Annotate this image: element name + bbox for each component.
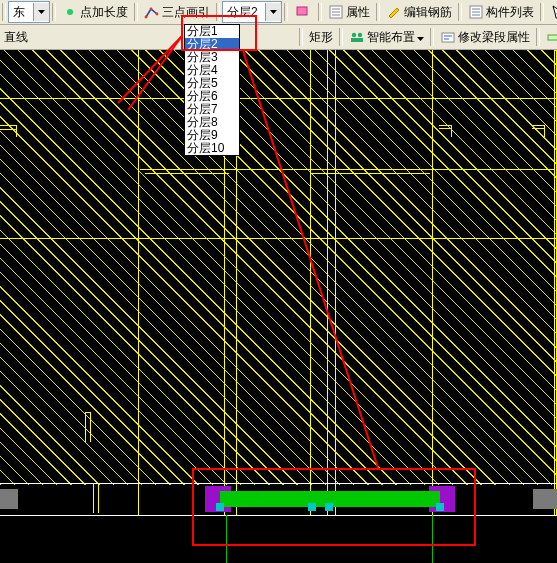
modify-button[interactable]: 修改梁段属性 <box>436 26 534 48</box>
svg-point-1 <box>145 16 148 19</box>
svg-point-8 <box>358 33 362 37</box>
stub <box>90 412 91 442</box>
beam-grip[interactable] <box>325 503 333 511</box>
beam-grip[interactable] <box>308 503 316 511</box>
toolbar-upper: 东 点加长度 三点画引 分层2 <box>0 0 557 25</box>
cad-workspace: 东 点加长度 三点画引 分层2 <box>0 0 557 563</box>
button-label: 智能布置 <box>367 29 415 46</box>
button-label: 直线 <box>4 29 28 46</box>
stub <box>451 125 452 137</box>
svg-point-0 <box>67 9 73 15</box>
drawing-area[interactable] <box>0 50 557 563</box>
chevron-down-icon <box>417 30 424 44</box>
button-label: 三点画引 <box>162 4 210 21</box>
point-length-button[interactable]: 点加长度 <box>58 1 132 23</box>
svg-rect-11 <box>548 35 557 40</box>
separator <box>2 3 6 21</box>
grid-h <box>0 98 557 99</box>
separator <box>318 3 322 21</box>
stub <box>439 128 451 129</box>
ext-line <box>432 515 433 563</box>
separator <box>376 3 380 21</box>
stub <box>310 173 430 174</box>
svg-rect-4 <box>297 7 307 15</box>
line-button[interactable]: 直线 <box>0 26 32 48</box>
pointer-icon <box>550 4 557 20</box>
property-button[interactable]: 属性 <box>324 1 374 23</box>
hatching <box>0 50 557 485</box>
ext-line <box>226 515 227 563</box>
floor-dropdown-list[interactable]: 分层1 分层2 分层3 分层4 分层5 分层6 分层7 分层8 分层9 分层10 <box>184 24 240 156</box>
separator <box>536 28 540 46</box>
grid-v <box>554 50 555 515</box>
ground-line-bottom <box>0 515 557 516</box>
separator <box>52 3 56 21</box>
edit-button[interactable]: 编辑钢筋 <box>382 1 456 23</box>
stub <box>0 125 16 126</box>
select-1[interactable]: 东 <box>8 1 50 23</box>
stub <box>145 173 229 174</box>
stub <box>16 125 17 137</box>
ext-line <box>98 483 99 513</box>
svg-point-2 <box>150 8 153 11</box>
beam-grip[interactable] <box>436 503 444 511</box>
floor-select-value: 分层2 <box>227 4 265 21</box>
svg-rect-10 <box>442 33 454 42</box>
floor-option[interactable]: 分层10 <box>185 142 239 155</box>
svg-point-7 <box>352 33 356 37</box>
component-list-button[interactable]: 构件列表 <box>464 1 538 23</box>
rect-button[interactable]: 矩形 <box>305 26 337 48</box>
button-label: 点加长度 <box>80 4 128 21</box>
ext-line <box>93 483 94 513</box>
stub <box>532 128 544 129</box>
separator <box>339 28 343 46</box>
separator <box>430 28 434 46</box>
separator <box>299 28 303 46</box>
separator <box>458 3 462 21</box>
separator <box>134 3 138 21</box>
select-1-value: 东 <box>13 4 33 21</box>
edge-detail <box>533 489 557 509</box>
pick-button[interactable]: 拾取构件 <box>546 1 557 23</box>
list-icon <box>468 4 484 20</box>
svg-rect-9 <box>351 38 363 42</box>
button-label: 属性 <box>346 4 370 21</box>
smart-layout-button[interactable]: 智能布置 <box>345 26 428 48</box>
button-label: 构件列表 <box>486 4 534 21</box>
label-button[interactable]: 原位标注 <box>542 26 557 48</box>
paint-icon <box>294 4 310 20</box>
stub <box>439 125 451 126</box>
edge-detail <box>0 489 18 509</box>
separator <box>540 3 544 21</box>
chevron-down-icon <box>265 3 281 21</box>
toolbar-lower: 直线 矩形 智能布置 修改梁段属性 原 <box>0 25 557 50</box>
three-point-icon <box>144 4 160 20</box>
button-label: 矩形 <box>309 29 333 46</box>
button-label: 修改梁段属性 <box>458 29 530 46</box>
stub <box>544 125 545 137</box>
separator <box>216 3 220 21</box>
list-icon <box>328 4 344 20</box>
three-point-button[interactable]: 三点画引 <box>140 1 214 23</box>
tag-icon <box>546 29 557 45</box>
beam-element[interactable] <box>220 491 440 507</box>
stub <box>145 169 229 170</box>
grid-v <box>335 50 336 515</box>
floor-select[interactable]: 分层2 <box>222 1 282 23</box>
beam-grip[interactable] <box>216 503 224 511</box>
paint-button[interactable] <box>290 1 316 23</box>
ground-line-top <box>0 483 557 484</box>
edit-icon <box>386 4 402 20</box>
svg-point-3 <box>156 13 159 16</box>
grid-v <box>432 50 433 515</box>
point-icon <box>62 4 78 20</box>
stub <box>532 125 544 126</box>
chevron-down-icon <box>33 3 49 21</box>
stub <box>0 129 16 130</box>
stub <box>85 412 86 442</box>
grid-v <box>310 50 311 515</box>
button-label: 编辑钢筋 <box>404 4 452 21</box>
stub <box>85 412 91 413</box>
grid-v <box>327 50 328 515</box>
props-icon <box>440 29 456 45</box>
